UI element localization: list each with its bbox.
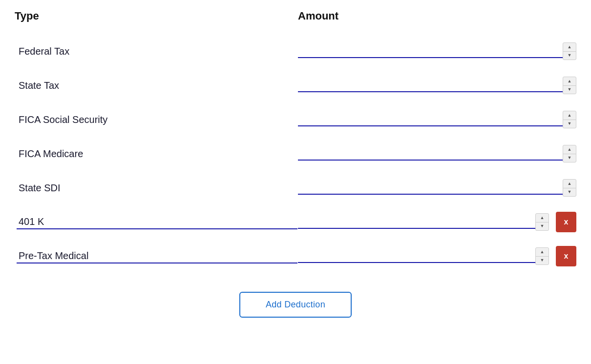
amount-wrap-federal-tax: ▲▼ [298,45,576,58]
row-type-state-tax: State Tax [15,80,298,91]
amount-input-pre-tax-medical[interactable] [298,250,549,263]
amount-wrap-state-sdi: ▲▼ [298,182,576,195]
type-label-state-tax: State Tax [17,80,59,91]
spinner-up-icon[interactable]: ▲ [563,111,576,120]
row-amount-state-tax: ▲▼ [298,79,576,92]
type-column-header: Type [15,10,298,22]
amount-spinner-401k[interactable]: ▲▼ [535,213,549,231]
row-amount-fica-social-security: ▲▼ [298,113,576,126]
row-type-federal-tax: Federal Tax [15,46,298,57]
amount-input-fica-social-security[interactable] [298,113,576,126]
amount-wrap-state-tax: ▲▼ [298,79,576,92]
deduction-row: State SDI▲▼ [15,169,576,203]
amount-spinner-pre-tax-medical[interactable]: ▲▼ [535,247,549,265]
spinner-down-icon[interactable]: ▼ [536,257,549,265]
amount-spinner-state-tax[interactable]: ▲▼ [563,77,576,94]
deduction-row: State Tax▲▼ [15,66,576,101]
spinner-up-icon[interactable]: ▲ [563,43,576,51]
row-type-state-sdi: State SDI [15,182,298,194]
spinner-down-icon[interactable]: ▼ [563,154,576,162]
amount-wrap-fica-social-security: ▲▼ [298,113,576,126]
row-type-pre-tax-medical[interactable] [15,249,298,263]
amount-wrap-fica-medicare: ▲▼ [298,147,576,161]
amount-spinner-federal-tax[interactable]: ▲▼ [563,42,576,60]
amount-column-header: Amount [298,10,576,22]
amount-input-state-tax[interactable] [298,79,576,92]
amount-input-state-sdi[interactable] [298,182,576,195]
row-amount-pre-tax-medical: ▲▼x [298,246,576,266]
amount-input-federal-tax[interactable] [298,45,576,58]
amount-spinner-state-sdi[interactable]: ▲▼ [563,179,576,197]
spinner-up-icon[interactable]: ▲ [536,248,549,256]
delete-button-401k[interactable]: x [556,212,576,232]
row-type-fica-medicare: FICA Medicare [15,148,298,160]
spinner-down-icon[interactable]: ▼ [536,222,549,231]
row-type-401k[interactable] [15,215,298,229]
spinner-down-icon[interactable]: ▼ [563,52,576,60]
amount-spinner-fica-social-security[interactable]: ▲▼ [563,111,576,128]
table-header: Type Amount [15,10,576,27]
type-label-fica-medicare: FICA Medicare [17,148,83,159]
row-amount-fica-medicare: ▲▼ [298,147,576,161]
row-type-fica-social-security: FICA Social Security [15,114,298,125]
deduction-row: ▲▼x [15,237,576,271]
deduction-rows: Federal Tax▲▼State Tax▲▼FICA Social Secu… [15,32,576,271]
amount-wrap-401k: ▲▼ [298,216,549,229]
spinner-up-icon[interactable]: ▲ [563,145,576,154]
type-label-state-sdi: State SDI [17,182,61,193]
deduction-row: ▲▼x [15,203,576,237]
type-label-federal-tax: Federal Tax [17,46,69,57]
row-amount-federal-tax: ▲▼ [298,45,576,58]
spinner-down-icon[interactable]: ▼ [563,188,576,197]
spinner-down-icon[interactable]: ▼ [563,120,576,128]
amount-wrap-pre-tax-medical: ▲▼ [298,250,549,263]
deduction-row: Federal Tax▲▼ [15,32,576,66]
deduction-row: FICA Social Security▲▼ [15,101,576,135]
spinner-down-icon[interactable]: ▼ [563,86,576,94]
amount-input-fica-medicare[interactable] [298,147,576,161]
add-deduction-section: Add Deduction [15,287,576,323]
type-input-pre-tax-medical[interactable] [17,249,297,263]
add-deduction-button[interactable]: Add Deduction [239,292,352,318]
row-amount-401k: ▲▼x [298,212,576,232]
type-input-401k[interactable] [17,215,297,229]
deductions-table: Type Amount Federal Tax▲▼State Tax▲▼FICA… [15,10,576,323]
spinner-up-icon[interactable]: ▲ [563,180,576,188]
type-label-fica-social-security: FICA Social Security [17,114,107,125]
row-amount-state-sdi: ▲▼ [298,182,576,195]
amount-input-401k[interactable] [298,216,549,229]
spinner-up-icon[interactable]: ▲ [563,77,576,85]
delete-button-pre-tax-medical[interactable]: x [556,246,576,266]
deduction-row: FICA Medicare▲▼ [15,135,576,169]
amount-spinner-fica-medicare[interactable]: ▲▼ [563,145,576,162]
spinner-up-icon[interactable]: ▲ [536,214,549,222]
